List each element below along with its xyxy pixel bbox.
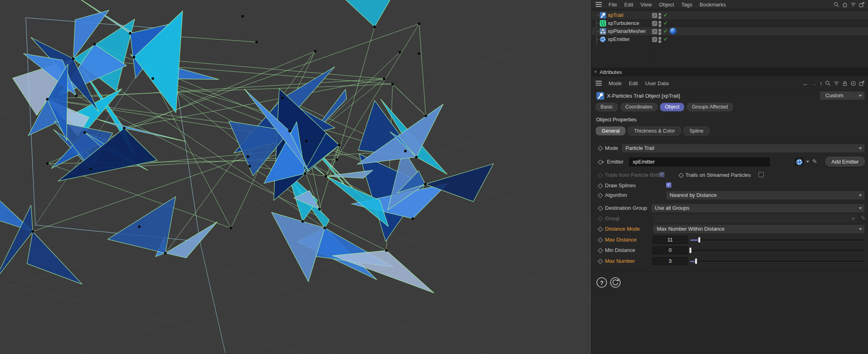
tab-coordinates[interactable]: Coordinates	[621, 103, 657, 111]
object-row-xpemitter[interactable]: xpEmitter ✓	[592, 35, 868, 43]
menu-file[interactable]: File	[605, 2, 621, 8]
trails-from-birth-checkbox[interactable]	[659, 172, 664, 177]
emitter-link-field[interactable]: xpEmitter	[629, 158, 770, 166]
preset-dropdown[interactable]: Custom	[820, 91, 865, 100]
emitter-chip[interactable]	[795, 158, 804, 166]
target-icon[interactable]	[850, 80, 856, 86]
menu-mode[interactable]: Mode	[605, 80, 625, 86]
xpplanarmesher-icon	[600, 28, 606, 35]
separator	[592, 272, 868, 272]
keyframe-diamond-icon[interactable]	[598, 259, 603, 264]
enabled-check-icon[interactable]: ✓	[663, 28, 668, 34]
algorithm-dropdown[interactable]: Nearest by Distance	[666, 191, 865, 200]
new-window-icon[interactable]	[859, 80, 865, 86]
visibility-dots[interactable]	[658, 12, 661, 19]
subtab-thickness-color[interactable]: Thickness & Color	[628, 127, 681, 135]
am-toolbar-icons: ← → ↑	[803, 80, 868, 87]
destination-group-dropdown[interactable]: Use all Groups	[651, 204, 865, 213]
keyframe-diamond-icon[interactable]	[598, 227, 603, 232]
tab-groups-affected[interactable]: Groups Affected	[687, 103, 732, 111]
keyframe-diamond-icon[interactable]	[598, 183, 603, 188]
dropdown-arrow-icon[interactable]	[806, 161, 809, 163]
tab-object[interactable]: Object	[660, 103, 684, 111]
enabled-check-icon[interactable]: ✓	[663, 20, 668, 26]
slider-handle[interactable]	[689, 248, 691, 253]
keyframe-diamond-icon[interactable]	[598, 146, 603, 151]
layer-chip-icon[interactable]	[652, 21, 657, 27]
keyframe-diamond-icon[interactable]	[679, 173, 684, 178]
layer-chip-icon[interactable]	[652, 37, 657, 43]
subtab-general[interactable]: General	[596, 127, 625, 135]
mode-dropdown[interactable]: Particle Trail	[622, 144, 865, 153]
visibility-dots[interactable]	[658, 29, 661, 35]
keyframe-diamond-icon[interactable]	[598, 173, 603, 178]
param-row-mode: Mode Particle Trail	[592, 143, 868, 153]
attributes-title: Attributes	[600, 69, 622, 75]
forward-icon[interactable]: →	[811, 80, 817, 87]
footer-icons: ?	[596, 276, 621, 290]
param-label: Group	[605, 215, 619, 221]
slider-handle[interactable]	[695, 258, 697, 264]
menu-user-data[interactable]: User Data	[642, 80, 673, 86]
search-icon[interactable]	[833, 2, 839, 8]
menu-object[interactable]: Object	[655, 2, 678, 8]
keyframe-diamond-icon[interactable]	[598, 193, 603, 198]
enabled-check-icon[interactable]: ✓	[663, 36, 668, 42]
back-icon[interactable]: ←	[803, 80, 809, 87]
tab-basic[interactable]: Basic	[596, 103, 618, 111]
min-distance-input[interactable]: 0	[652, 246, 688, 254]
add-emitter-button[interactable]: Add Emitter	[825, 157, 865, 167]
enabled-check-icon[interactable]: ✓	[663, 12, 668, 18]
hamburger-icon[interactable]	[596, 83, 602, 84]
reset-icon[interactable]	[609, 276, 621, 290]
trails-streamed-checkbox[interactable]	[759, 172, 764, 177]
hamburger-icon[interactable]	[596, 4, 602, 5]
up-icon[interactable]: ↑	[820, 80, 823, 87]
max-distance-input[interactable]: 11	[652, 236, 688, 244]
keyframe-diamond-icon[interactable]	[598, 216, 603, 221]
draw-splines-checkbox[interactable]	[666, 182, 671, 188]
separator	[592, 141, 868, 141]
visibility-dots[interactable]	[658, 37, 661, 43]
layer-chip-icon[interactable]	[652, 29, 657, 35]
close-icon[interactable]: ×	[592, 69, 600, 75]
layer-chip-icon[interactable]	[652, 13, 657, 19]
pen-icon[interactable]: ✎	[860, 215, 866, 222]
material-thumbnail[interactable]	[670, 28, 677, 35]
max-number-input[interactable]: 3	[652, 257, 688, 265]
menu-view[interactable]: View	[637, 2, 655, 8]
object-title: X-Particles Trail Object [xpTrail]	[607, 93, 680, 99]
help-icon[interactable]: ?	[596, 276, 608, 290]
home-icon[interactable]	[842, 2, 848, 8]
viewport-3d[interactable]	[0, 0, 591, 354]
object-row-xptrail[interactable]: xpTrail ✓	[592, 11, 868, 19]
object-row-xpturbulence[interactable]: xpTurbulence ✓	[592, 19, 868, 27]
menu-edit[interactable]: Edit	[625, 80, 642, 86]
slider-handle[interactable]	[698, 237, 700, 243]
menu-edit[interactable]: Edit	[621, 2, 637, 8]
max-number-slider[interactable]	[690, 256, 865, 266]
filter-icon[interactable]	[833, 80, 839, 86]
param-row-distance-mode: Distance Mode Max Number Within Distance	[592, 224, 868, 234]
distance-mode-dropdown[interactable]: Max Number Within Distance	[653, 225, 865, 233]
max-distance-slider[interactable]	[690, 235, 865, 245]
cinema4d-window: File Edit View Object Tags Bookmarks xpT…	[0, 0, 868, 354]
object-row-xpplanarmesher[interactable]: xpPlanarMesher ✓	[592, 27, 868, 35]
pen-icon[interactable]: ✎	[812, 158, 817, 165]
lock-icon[interactable]	[842, 80, 848, 86]
visibility-dots[interactable]	[658, 20, 661, 27]
keyframe-diamond-icon[interactable]	[598, 206, 603, 211]
menu-tags[interactable]: Tags	[678, 2, 696, 8]
keyframe-diamond-icon[interactable]	[598, 237, 603, 243]
expander-icon[interactable]: ›	[602, 158, 604, 165]
filter-icon[interactable]	[850, 2, 856, 8]
menu-bookmarks[interactable]: Bookmarks	[696, 2, 729, 8]
keyframe-diamond-icon[interactable]	[598, 248, 603, 253]
object-manager-menubar: File Edit View Object Tags Bookmarks	[592, 0, 868, 9]
param-row-max-number: Max Number 3	[592, 256, 868, 266]
search-icon[interactable]	[825, 80, 831, 86]
subtab-spline[interactable]: Spline	[683, 127, 710, 135]
group-dropdown[interactable]	[653, 214, 858, 223]
new-window-icon[interactable]	[859, 2, 865, 8]
min-distance-slider[interactable]	[690, 246, 865, 255]
